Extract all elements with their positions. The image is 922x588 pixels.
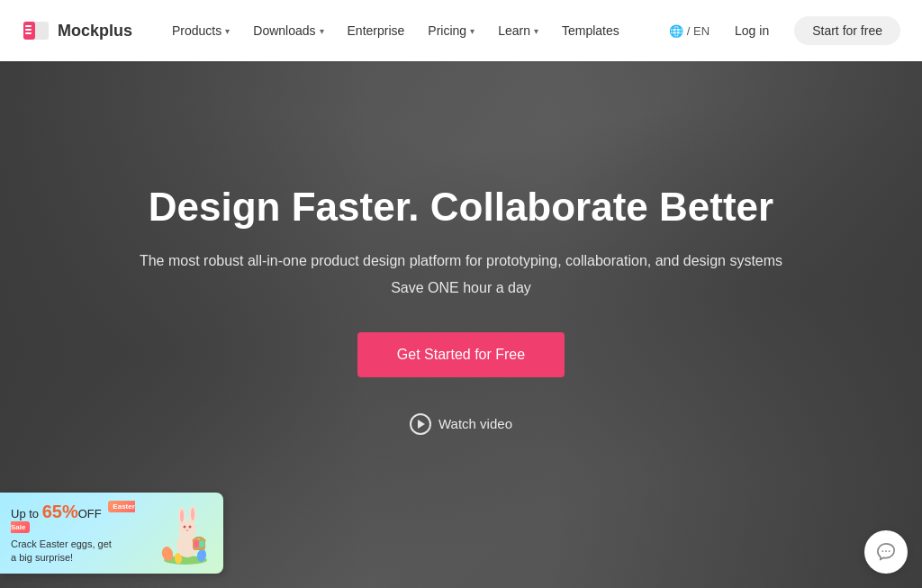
lang-switcher[interactable]: 🌐 / EN [669, 24, 710, 38]
downloads-chevron-icon: ▾ [320, 26, 324, 36]
svg-point-17 [186, 529, 189, 531]
play-icon [410, 413, 431, 435]
nav-templates[interactable]: Templates [551, 16, 630, 45]
learn-chevron-icon: ▾ [534, 26, 538, 36]
nav-downloads[interactable]: Downloads ▾ [242, 16, 334, 45]
nav-enterprise[interactable]: Enterprise [337, 16, 416, 45]
hero-content: Design Faster. Collaborate Better The mo… [104, 184, 818, 434]
svg-point-14 [191, 508, 194, 520]
lang-text: / EN [687, 24, 710, 38]
hero-subtitle: The most robust all-in-one product desig… [140, 249, 782, 273]
svg-rect-4 [25, 32, 32, 34]
play-triangle-icon [418, 420, 425, 429]
svg-point-19 [194, 540, 199, 547]
chat-icon [876, 542, 896, 562]
lang-icon: 🌐 [669, 24, 683, 38]
hero-sub2: Save ONE hour a day [140, 280, 782, 296]
promo-banner[interactable]: Up to 65%OFF EasterSale Crack Easter egg… [0, 493, 223, 574]
svg-point-21 [881, 550, 883, 552]
svg-point-22 [885, 550, 887, 552]
svg-point-16 [189, 526, 192, 529]
hero-title: Design Faster. Collaborate Better [140, 184, 782, 231]
pricing-chevron-icon: ▾ [470, 26, 475, 36]
watch-video-label: Watch video [438, 416, 512, 431]
svg-point-12 [180, 510, 184, 522]
svg-point-15 [184, 526, 186, 529]
promo-description: Crack Easter eggs, geta big surprise! [11, 538, 153, 565]
svg-point-23 [889, 550, 890, 552]
svg-rect-2 [25, 25, 32, 27]
logo[interactable]: Mockplus [22, 16, 132, 45]
promo-text: Up to 65%OFF EasterSale Crack Easter egg… [11, 502, 153, 565]
products-chevron-icon: ▾ [225, 26, 230, 36]
promo-image [158, 502, 212, 565]
svg-point-20 [199, 540, 204, 547]
start-for-free-button[interactable]: Start for free [794, 16, 900, 45]
nav-products[interactable]: Products ▾ [161, 16, 240, 45]
navbar: Mockplus Products ▾ Downloads ▾ Enterpri… [0, 0, 922, 61]
watch-video-button[interactable]: Watch video [410, 413, 512, 435]
login-button[interactable]: Log in [724, 18, 780, 43]
svg-rect-3 [25, 29, 32, 31]
bunny-icon [158, 502, 212, 565]
nav-pricing[interactable]: Pricing ▾ [417, 16, 485, 45]
nav-actions: 🌐 / EN Log in Start for free [669, 16, 900, 45]
logo-text: Mockplus [58, 22, 132, 41]
logo-icon [22, 16, 50, 45]
chat-button[interactable] [864, 530, 908, 574]
get-started-button[interactable]: Get Started for Free [357, 332, 565, 377]
nav-links: Products ▾ Downloads ▾ Enterprise Pricin… [161, 16, 669, 45]
nav-learn[interactable]: Learn ▾ [487, 16, 549, 45]
promo-discount: Up to 65%OFF EasterSale [11, 502, 153, 536]
